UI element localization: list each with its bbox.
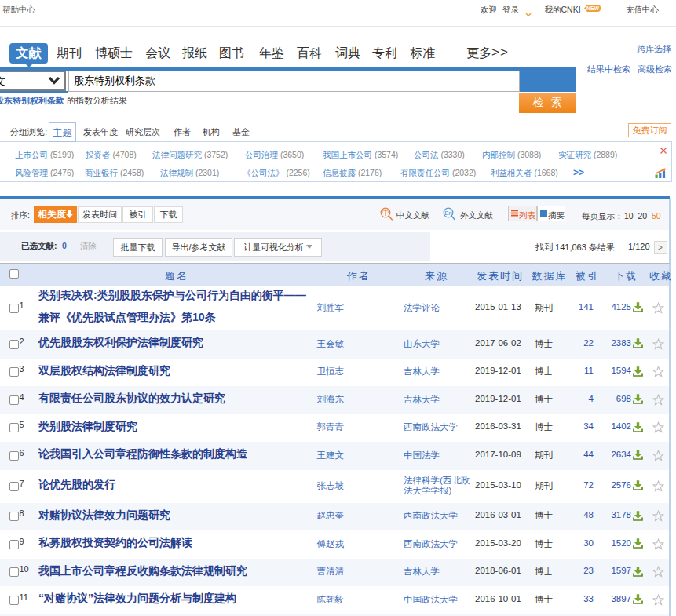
svg-text:中: 中	[382, 209, 389, 217]
svg-text:En: En	[444, 210, 451, 217]
svg-text:NEW: NEW	[586, 5, 599, 11]
